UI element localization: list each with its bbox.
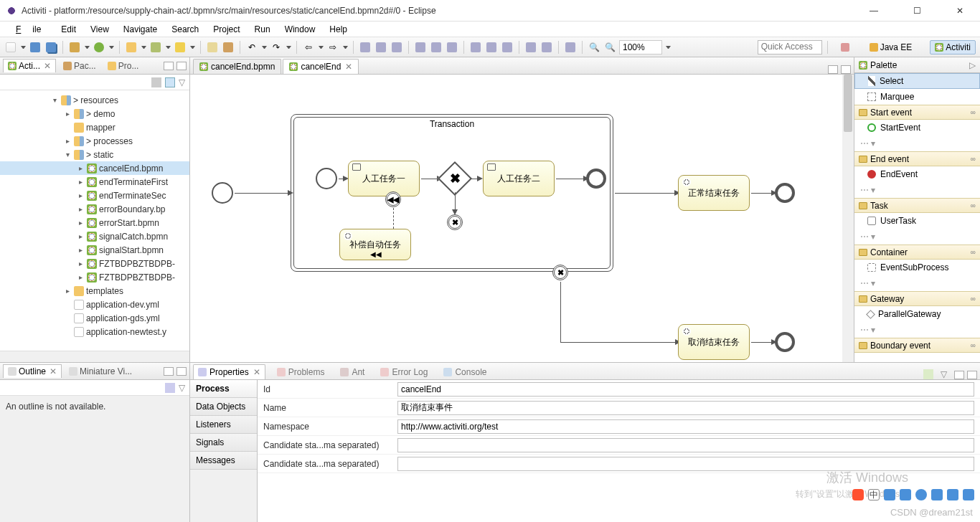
tx-start-event[interactable] [316, 168, 337, 189]
props-category[interactable]: Messages [190, 452, 257, 470]
chevron-down-icon[interactable] [286, 46, 291, 49]
save-all-button[interactable] [44, 41, 57, 54]
compensate-boundary-event[interactable]: ◀◀ [385, 191, 401, 207]
palette-marquee-tool[interactable]: Marquee [854, 89, 980, 105]
layout7-button[interactable] [524, 41, 537, 54]
minimize-button[interactable]: — [859, 2, 888, 19]
tab-problems[interactable]: Problems [273, 365, 329, 379]
chevron-down-icon[interactable] [166, 46, 171, 49]
palette-event-subprocess[interactable]: EventSubProcess [854, 260, 980, 275]
palette-parallel-gateway[interactable]: ParallelGateway [854, 306, 980, 322]
minimize-pane-button[interactable] [954, 371, 964, 379]
menu-file[interactable]: File [4, 23, 52, 36]
tray-icon[interactable] [947, 489, 958, 500]
menu-help[interactable]: Help [324, 23, 353, 36]
forward-button[interactable]: ⇨ [326, 41, 339, 54]
menu-run[interactable]: Run [249, 23, 276, 36]
cancel-boundary-event[interactable]: ✖ [552, 265, 568, 280]
tray-icon[interactable] [963, 489, 974, 500]
palette-group-task[interactable]: Task∞ [854, 198, 980, 213]
view-menu-icon[interactable]: ▽ [941, 369, 947, 379]
h-scrollbar[interactable] [0, 351, 189, 362]
save-button[interactable] [29, 41, 42, 54]
debug-button[interactable] [68, 41, 81, 54]
tree-item[interactable]: ▸signalCatch.bpmn [0, 229, 189, 243]
close-icon[interactable]: ✕ [50, 366, 57, 376]
perspective-java-ee[interactable]: Java EE [864, 40, 918, 54]
maximize-pane-button[interactable] [841, 65, 851, 74]
layout2-button[interactable] [430, 41, 443, 54]
undo-button[interactable]: ↶ [245, 41, 258, 54]
menu-window[interactable]: Window [279, 23, 321, 36]
property-input[interactable] [397, 382, 974, 397]
link-editor-icon[interactable] [165, 77, 175, 87]
palette-end-event[interactable]: EndEvent [854, 166, 980, 182]
tab-miniature[interactable]: Miniature Vi... [65, 365, 136, 378]
cancel-end-event[interactable]: ✖ [447, 214, 463, 230]
palette-group-boundary[interactable]: Boundary event∞ [854, 338, 980, 353]
chevron-down-icon[interactable] [319, 46, 324, 49]
collapse-all-icon[interactable] [151, 77, 161, 87]
tree-item[interactable]: ▸templates [0, 284, 189, 298]
project-tree[interactable]: ▾> resources▸> demomapper▸> processes▾> … [0, 90, 189, 351]
quick-access-input[interactable]: Quick Access [758, 40, 822, 54]
palette-group-end-event[interactable]: End event∞ [854, 151, 980, 166]
tree-item[interactable]: mapper [0, 120, 189, 134]
menu-search[interactable]: Search [166, 23, 204, 36]
layout8-button[interactable] [540, 41, 553, 54]
minimize-pane-button[interactable] [164, 367, 174, 376]
zoom-in-button[interactable]: 🔍 [603, 41, 616, 54]
open-folder-button[interactable] [125, 41, 138, 54]
chevron-down-icon[interactable] [343, 46, 348, 49]
start-event[interactable] [212, 182, 233, 204]
tab-properties[interactable]: Properties✕ [193, 364, 265, 379]
tray-icon[interactable] [915, 489, 927, 500]
tray-icon[interactable] [884, 489, 895, 500]
tree-item[interactable]: ▾> static [0, 148, 189, 161]
layout6-button[interactable] [501, 41, 514, 54]
user-task-1[interactable]: 人工任务一 [348, 161, 420, 196]
tab-error-log[interactable]: Error Log [376, 365, 432, 379]
redo-button[interactable]: ↷ [270, 41, 283, 54]
tab-activiti-explorer[interactable]: Acti...✕ [3, 59, 56, 72]
bpmn-canvas[interactable]: Transaction 人工任务一 ◀◀ ✖ 人工任务二 ✖ 补偿自动任务◀◀ … [190, 75, 854, 362]
tray-icon[interactable] [931, 489, 943, 500]
palette-collapse-icon[interactable]: ▷ [969, 60, 976, 70]
maximize-button[interactable]: ☐ [903, 2, 931, 19]
tree-item[interactable]: ▸> processes [0, 134, 189, 148]
tab-console[interactable]: Console [439, 365, 491, 379]
run-button[interactable] [93, 41, 105, 54]
align-left-button[interactable] [359, 41, 372, 54]
chevron-down-icon[interactable] [85, 46, 90, 49]
new-button[interactable] [4, 41, 17, 54]
palette-more[interactable]: ⋯ ▾ [854, 182, 980, 198]
props-category[interactable]: Signals [190, 434, 257, 452]
end-event-normal[interactable] [775, 183, 795, 203]
menu-project[interactable]: Project [207, 23, 245, 36]
palette-start-event[interactable]: StartEvent [854, 120, 980, 136]
palette-select-tool[interactable]: Select [854, 73, 980, 89]
package-button[interactable] [222, 41, 235, 54]
view-menu-icon[interactable]: ▽ [179, 383, 185, 393]
maximize-pane-button[interactable] [967, 371, 977, 379]
menu-navigate[interactable]: Navigate [118, 23, 163, 36]
highlight-button[interactable] [174, 41, 187, 54]
tray-icon[interactable] [852, 489, 864, 500]
editor-tab-cancelend-diagram[interactable]: cancelEnd✕ [283, 59, 359, 74]
minimize-pane-button[interactable] [164, 62, 174, 70]
tree-item[interactable]: ▸endTerminateSec [0, 189, 189, 202]
tree-item[interactable]: ▸signalStart.bpmn [0, 243, 189, 257]
tab-ant[interactable]: Ant [336, 365, 369, 379]
tree-item[interactable]: application-gds.yml [0, 311, 189, 325]
layout4-button[interactable] [469, 41, 482, 54]
tray-icon[interactable] [900, 489, 911, 500]
tree-item[interactable]: ▸FZTBDPBZTBDPB- [0, 270, 189, 284]
palette-group-start-event[interactable]: Start event∞ [854, 105, 980, 120]
tx-end-event[interactable] [586, 169, 606, 189]
close-icon[interactable]: ✕ [345, 62, 352, 72]
close-icon[interactable]: ✕ [44, 61, 51, 71]
layout1-button[interactable] [414, 41, 427, 54]
tree-item[interactable]: ▸endTerminateFirst [0, 175, 189, 189]
back-button[interactable]: ⇦ [302, 41, 315, 54]
props-category[interactable]: Process [190, 380, 257, 398]
